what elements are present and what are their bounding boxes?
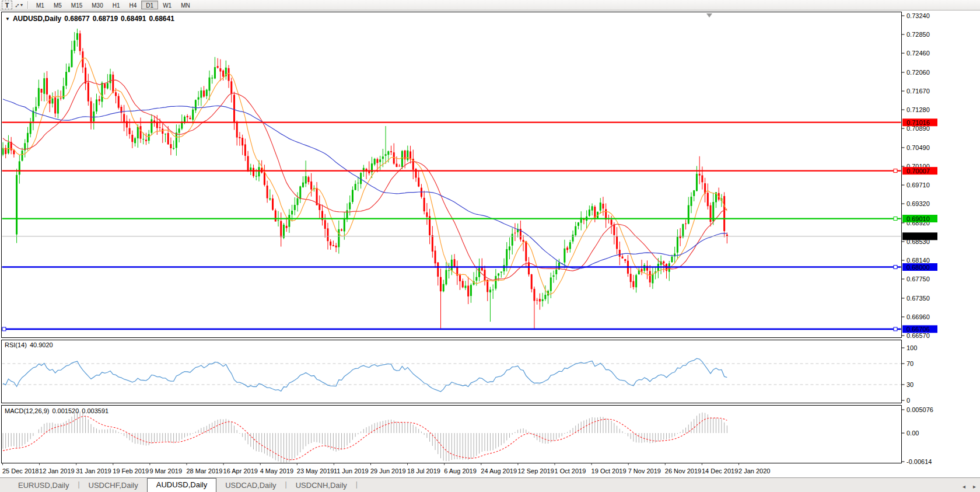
date-axis-label: 6 Aug 2019 (444, 467, 477, 474)
level-0.66706-tag-label: 0.66706 (907, 326, 930, 333)
candle-body (123, 114, 125, 122)
candle-body (542, 299, 544, 301)
hline-handle[interactable] (894, 217, 897, 221)
candle-body (464, 285, 466, 288)
hline-handle[interactable] (2, 327, 6, 331)
candle-body (247, 156, 249, 171)
symbol-tab-audusd[interactable]: AUDUSD,Daily (147, 478, 216, 492)
candle-body (454, 259, 456, 267)
candle-body (291, 211, 293, 214)
candle-body (219, 68, 221, 71)
date-axis-label: 29 Jun 2019 (370, 467, 406, 474)
symbol-tab-usdchf[interactable]: USDCHF,Daily (80, 479, 147, 492)
candle-body (701, 175, 703, 182)
candle-body (88, 82, 89, 101)
timeframe-button-h1[interactable]: H1 (108, 1, 125, 9)
candle-body (176, 132, 177, 148)
pointer-tool-button[interactable]: ↕ ▾ (15, 1, 24, 9)
candle-body (90, 101, 92, 121)
candle-body (43, 78, 45, 94)
candle-body (214, 67, 216, 78)
candle-body (335, 246, 337, 247)
candle-body (318, 204, 320, 210)
candle-body (723, 196, 725, 231)
candle-body (478, 268, 480, 277)
symbol-tab-eurusd[interactable]: EURUSD,Daily (9, 479, 78, 492)
candle-body (74, 41, 75, 51)
symbol-tabbar: EURUSD,Daily|USDCHF,DailyAUDUSD,DailyUSD… (0, 477, 980, 492)
date-axis-label: 4 May 2019 (260, 467, 293, 474)
candle-body (426, 212, 428, 217)
candle-body (269, 198, 271, 200)
candle-body (99, 99, 100, 101)
timeframe-button-m30[interactable]: M30 (87, 1, 107, 9)
candle-body (164, 134, 166, 134)
candle-body (407, 151, 408, 160)
candle-body (671, 257, 673, 263)
candle-body (613, 224, 615, 235)
candle-body (178, 128, 180, 132)
timeframe-button-w1[interactable]: W1 (158, 1, 176, 9)
date-axis-label: 12 Jan 2019 (39, 467, 75, 474)
candle-body (76, 33, 78, 40)
candle-body (159, 127, 161, 128)
collapse-arrow-icon[interactable]: ▼ (5, 16, 10, 22)
timeframe-button-mn[interactable]: MN (176, 1, 195, 9)
candle-body (236, 123, 238, 138)
toolbar: T ↕ ▾ M1M5M15M30H1H4D1W1MN (0, 0, 980, 11)
timeframe-button-m15[interactable]: M15 (66, 1, 87, 9)
rsi-axis-label: 70 (907, 360, 914, 367)
candle-body (641, 269, 643, 272)
candle-body (222, 71, 224, 76)
candle-body (424, 198, 425, 211)
candle-body (509, 246, 510, 250)
candle-body (451, 260, 453, 271)
hline-handle[interactable] (894, 169, 897, 173)
rsi-value: 40.9020 (30, 341, 53, 348)
date-axis-label: 26 Nov 2019 (665, 467, 701, 474)
rsi-indicator-label: RSI(14)40.9020 (5, 341, 53, 348)
candle-body (393, 152, 395, 163)
hline-handle[interactable] (894, 266, 897, 269)
hline-handle[interactable] (894, 327, 897, 331)
candle-body (54, 97, 56, 114)
chart-canvas[interactable]: 0.732400.728500.724600.720600.716700.712… (0, 0, 980, 477)
text-tool-button[interactable]: T (2, 1, 12, 9)
candle-body (228, 68, 230, 81)
date-axis-label: 19 Oct 2019 (592, 467, 626, 474)
timeframe-button-m1[interactable]: M1 (32, 1, 49, 9)
candle-body (501, 272, 502, 273)
candle-body (267, 186, 268, 198)
candle-body (195, 100, 197, 110)
candle-body (110, 74, 111, 83)
candle-body (65, 72, 67, 86)
candle-body (324, 220, 326, 229)
candle-body (578, 222, 579, 226)
tab-scroll-right-icon[interactable]: ▸ (973, 483, 976, 490)
candle-body (470, 285, 472, 296)
candle-body (217, 66, 219, 68)
candle-body (192, 110, 194, 120)
candle-body (297, 198, 299, 205)
level-0.70007-tag-label: 0.70007 (907, 168, 930, 175)
timeframe-button-m5[interactable]: M5 (49, 1, 66, 9)
date-axis-label: 12 Sep 2019 (517, 467, 554, 474)
price-axis-label: 0.69320 (907, 200, 930, 207)
symbol-tab-usdcad[interactable]: USDCAD,Daily (216, 479, 285, 492)
candle-body (51, 99, 53, 104)
candle-body (536, 300, 538, 301)
timeframe-button-d1[interactable]: D1 (141, 1, 158, 9)
candle-body (115, 92, 117, 96)
candle-body (355, 184, 356, 190)
price-axis-label: 0.71280 (907, 106, 930, 113)
candle-body (376, 159, 378, 163)
timeframe-button-h4[interactable]: H4 (125, 1, 142, 9)
symbol-label: AUDUSD,Daily (13, 15, 61, 23)
tab-scroll-left-icon[interactable]: ◂ (963, 483, 965, 490)
candle-body (602, 204, 604, 208)
price-axis-label: 0.67350 (907, 295, 930, 302)
candle-body (68, 67, 70, 72)
candle-body (206, 90, 208, 96)
toolbar-separator (27, 1, 28, 9)
symbol-tab-usdcnh[interactable]: USDCNH,Daily (287, 479, 356, 492)
